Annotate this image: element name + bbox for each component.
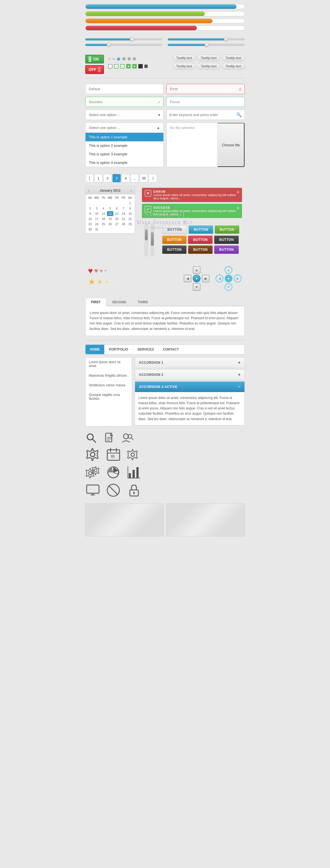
cal-day-19[interactable]: 19 [107, 216, 113, 221]
radio-4[interactable]: ⊕ [122, 56, 126, 61]
cal-day-15[interactable]: 15 [127, 211, 133, 216]
checkbox-6[interactable] [138, 64, 143, 68]
page-2-button[interactable]: 2 [103, 174, 112, 182]
tooltip-btn-5[interactable]: Tooltip text [197, 63, 220, 69]
calendar-icon-item[interactable]: 31 [106, 447, 121, 462]
cal-day-22[interactable]: 22 [127, 216, 133, 221]
toggle-on-button[interactable]: ON [85, 55, 104, 63]
checkbox-4[interactable]: + [126, 64, 131, 68]
pie-chart-icon-item[interactable] [106, 465, 121, 480]
btn-darkbrown-1[interactable]: BUTTON [188, 246, 213, 254]
dpad2-left-button[interactable]: ◀ [216, 275, 223, 282]
cal-day-18[interactable]: 18 [100, 216, 107, 221]
radio-5[interactable]: ⊕ [127, 56, 131, 61]
radio-3[interactable]: ◉ [117, 56, 120, 61]
heart-full[interactable]: ♥ [88, 266, 93, 276]
page-last-button[interactable]: ⟩ [149, 174, 157, 182]
checkbox-3[interactable]: ✓ [120, 64, 125, 68]
page-35-button[interactable]: 35 [140, 174, 148, 182]
page-1-button[interactable]: 1 [94, 174, 102, 182]
accordion-header-3[interactable]: ACCORDION 3 ACTIVE − [135, 382, 244, 392]
tab-third[interactable]: THIRD [132, 298, 154, 306]
cal-day-17[interactable]: 17 [93, 216, 100, 221]
tab-first[interactable]: FIRST [85, 298, 107, 306]
lock-icon-item[interactable] [126, 483, 142, 498]
input-success[interactable] [85, 97, 163, 107]
cal-day-29[interactable]: 29 [127, 222, 133, 226]
scrollbar-vertical-2[interactable] [151, 223, 154, 256]
cal-day-28[interactable]: 28 [120, 222, 126, 226]
tooltip-btn-2[interactable]: Tooltip text [197, 55, 220, 61]
person-search-icon-item[interactable] [121, 432, 133, 444]
cal-day-20[interactable]: 20 [114, 216, 120, 221]
cal-day-5[interactable]: 5 [107, 206, 113, 211]
tab-second[interactable]: SECOND [107, 298, 132, 306]
document-icon-item[interactable] [103, 432, 116, 444]
error-notif-close-button[interactable]: ✕ [237, 190, 240, 194]
cal-day-10[interactable]: 10 [93, 211, 100, 216]
toggle-off-button[interactable]: OFF [85, 65, 104, 74]
cal-day-11[interactable]: 11 [100, 211, 107, 216]
calendar-prev-button[interactable]: ‹ [88, 188, 90, 193]
heart-half[interactable]: ♥ [94, 267, 98, 275]
btn-purple-1[interactable]: BUTTON [214, 246, 239, 254]
sidebar-item-1[interactable]: Lorem ipsum dolor sit amet [86, 358, 132, 371]
monitor-icon-item[interactable] [85, 483, 100, 498]
select-closed[interactable]: Select one option ... This is option 1 e… [85, 110, 163, 120]
cal-day-14[interactable]: 14 [120, 211, 126, 216]
no-entry-icon-item[interactable] [106, 483, 121, 498]
btn-default-1[interactable]: BUTTON [162, 225, 187, 234]
dpad-right-button[interactable]: ▶ [202, 275, 210, 282]
page-3-button[interactable]: 3 [113, 174, 121, 182]
cal-day-13[interactable]: 13 [114, 211, 120, 216]
tooltip-btn-6[interactable]: Tooltip text [222, 63, 245, 69]
heart-quarter[interactable]: ♥ [99, 268, 103, 274]
dpad-left-button[interactable]: ◀ [184, 275, 191, 282]
btn-orange-1[interactable]: BUTTON [162, 236, 187, 244]
calendar-next-button[interactable]: › [131, 188, 132, 193]
dpad2-down-button[interactable]: ▼ [225, 283, 232, 291]
tag-input[interactable] [168, 111, 234, 118]
checkbox-7[interactable] [144, 65, 148, 68]
btn-green-1[interactable]: BUTTON [215, 225, 239, 234]
dropdown-item-1[interactable]: This is option 1 example [86, 133, 163, 141]
accordion-header-2[interactable]: ACCORDION 2 + [135, 370, 244, 380]
dropdown-item-4[interactable]: This is option 4 example [86, 158, 163, 167]
input-default[interactable] [85, 84, 163, 94]
sidebar-item-3[interactable]: Vestibulum varius massa [86, 380, 132, 390]
tooltip-btn-4[interactable]: Tooltip text [173, 63, 196, 69]
dpad-up-button[interactable]: ▲ [193, 266, 201, 274]
cal-day-16[interactable]: 16 [87, 216, 93, 221]
search-icon-item[interactable] [85, 432, 98, 444]
page-first-button[interactable]: ⟨ [85, 174, 93, 182]
dpad2-right-button[interactable]: ▶ [234, 275, 241, 282]
cal-day-8[interactable]: 8 [127, 206, 133, 211]
radio-6[interactable]: ⊛ [132, 56, 136, 61]
cal-day-12[interactable]: 12 [107, 211, 113, 216]
cal-day-9[interactable]: 9 [87, 211, 93, 216]
sidebar-item-2[interactable]: Maecenas fringilla ultrices [86, 371, 132, 380]
dropdown-item-3[interactable]: This is option 3 example [86, 150, 163, 158]
slider-2[interactable] [85, 44, 162, 46]
input-error[interactable] [167, 84, 245, 94]
nav-item-portfolio[interactable]: PORTFOLIO [104, 345, 133, 354]
cal-day-26[interactable]: 26 [107, 222, 113, 226]
dpad-down-button[interactable]: ▼ [193, 283, 201, 291]
input-focus[interactable] [167, 97, 245, 107]
sidebar-item-4[interactable]: Quisque sagittis urna facilisis [86, 390, 132, 403]
star-full[interactable]: ★ [88, 277, 95, 286]
cal-day-23[interactable]: 23 [87, 222, 93, 226]
dropdown-header[interactable]: Select one option ... ▲ [86, 123, 163, 132]
nav-item-home[interactable]: HOME [86, 345, 104, 354]
btn-red-1[interactable]: BUTTON [188, 236, 213, 244]
btn-dark-2[interactable]: BUTTON [162, 246, 187, 254]
file-choose-button[interactable]: Choose file [217, 123, 244, 167]
checkbox-2[interactable]: ✓ [114, 64, 119, 68]
cal-day-1[interactable]: 1 [127, 201, 133, 206]
success-notif-close-button[interactable]: ✕ [237, 206, 240, 210]
accordion-header-1[interactable]: ACCORDION 1 + [135, 358, 244, 368]
cal-day-6[interactable]: 6 [114, 206, 120, 211]
radio-1[interactable]: ○ [108, 56, 111, 61]
page-4-button[interactable]: 4 [122, 174, 130, 182]
star-half[interactable]: ★ [97, 278, 103, 286]
